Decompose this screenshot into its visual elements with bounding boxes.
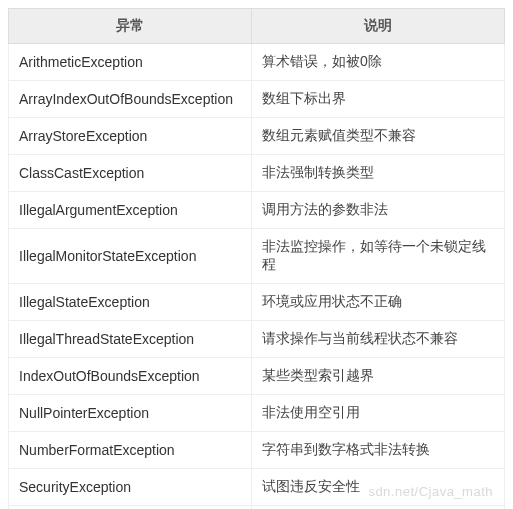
cell-exception-desc: 非法强制转换类型	[252, 155, 505, 192]
cell-exception-name: IllegalStateException	[9, 284, 252, 321]
cell-exception-desc: 算术错误，如被0除	[252, 44, 505, 81]
table-body: ArithmeticException算术错误，如被0除ArrayIndexOu…	[9, 44, 505, 510]
cell-exception-desc: 数组元素赋值类型不兼容	[252, 118, 505, 155]
table-row: ArrayStoreException数组元素赋值类型不兼容	[9, 118, 505, 155]
table-row: NumberFormatException字符串到数字格式非法转换	[9, 432, 505, 469]
cell-exception-desc: 非法监控操作，如等待一个未锁定线程	[252, 229, 505, 284]
exception-table: 异常 说明 ArithmeticException算术错误，如被0除ArrayI…	[8, 8, 505, 509]
cell-exception-desc: 非法使用空引用	[252, 395, 505, 432]
cell-exception-name: StringIndexOutOfBounds	[9, 506, 252, 510]
cell-exception-name: NumberFormatException	[9, 432, 252, 469]
cell-exception-desc: 试图在字符串边界之外索引	[252, 506, 505, 510]
table-row: StringIndexOutOfBounds试图在字符串边界之外索引	[9, 506, 505, 510]
header-exception: 异常	[9, 9, 252, 44]
cell-exception-desc: 数组下标出界	[252, 81, 505, 118]
cell-exception-name: IllegalArgumentException	[9, 192, 252, 229]
table-row: IllegalStateException环境或应用状态不正确	[9, 284, 505, 321]
header-description: 说明	[252, 9, 505, 44]
cell-exception-name: ArrayIndexOutOfBoundsException	[9, 81, 252, 118]
table-row: IllegalThreadStateException请求操作与当前线程状态不兼…	[9, 321, 505, 358]
table-row: ArithmeticException算术错误，如被0除	[9, 44, 505, 81]
cell-exception-desc: 试图违反安全性	[252, 469, 505, 506]
cell-exception-name: IndexOutOfBoundsException	[9, 358, 252, 395]
table-row: ClassCastException非法强制转换类型	[9, 155, 505, 192]
table-row: IllegalArgumentException调用方法的参数非法	[9, 192, 505, 229]
cell-exception-desc: 调用方法的参数非法	[252, 192, 505, 229]
cell-exception-desc: 请求操作与当前线程状态不兼容	[252, 321, 505, 358]
cell-exception-name: ArrayStoreException	[9, 118, 252, 155]
table-header-row: 异常 说明	[9, 9, 505, 44]
cell-exception-name: ClassCastException	[9, 155, 252, 192]
table-row: NullPointerException非法使用空引用	[9, 395, 505, 432]
cell-exception-name: IllegalThreadStateException	[9, 321, 252, 358]
cell-exception-name: NullPointerException	[9, 395, 252, 432]
cell-exception-name: IllegalMonitorStateException	[9, 229, 252, 284]
table-row: IndexOutOfBoundsException某些类型索引越界	[9, 358, 505, 395]
table-row: ArrayIndexOutOfBoundsException数组下标出界	[9, 81, 505, 118]
table-row: IllegalMonitorStateException非法监控操作，如等待一个…	[9, 229, 505, 284]
table-row: SecurityException试图违反安全性	[9, 469, 505, 506]
cell-exception-desc: 环境或应用状态不正确	[252, 284, 505, 321]
cell-exception-desc: 字符串到数字格式非法转换	[252, 432, 505, 469]
cell-exception-name: SecurityException	[9, 469, 252, 506]
cell-exception-desc: 某些类型索引越界	[252, 358, 505, 395]
cell-exception-name: ArithmeticException	[9, 44, 252, 81]
